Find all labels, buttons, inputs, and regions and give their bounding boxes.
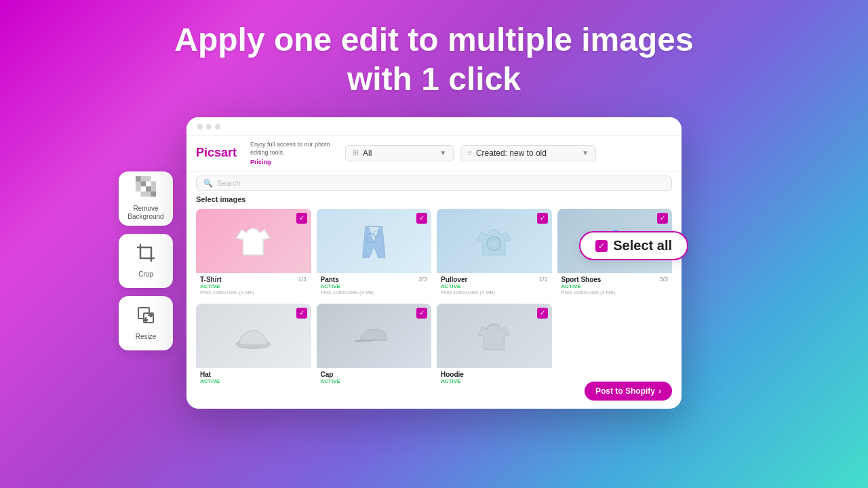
svg-rect-11 bbox=[141, 192, 146, 197]
section-title: Select images bbox=[196, 195, 672, 203]
svg-rect-5 bbox=[141, 182, 146, 187]
search-icon: 🔍 bbox=[203, 179, 213, 188]
browser-wrapper: Remove Background Crop Resi bbox=[186, 117, 682, 409]
crop-icon bbox=[136, 243, 155, 266]
dot-3 bbox=[215, 124, 220, 129]
pants-info: Pants 2/3 ACTIVE PNG 1080x1080 (3 MB) bbox=[317, 273, 432, 298]
all-filter-dropdown[interactable]: ⊞ All ▼ bbox=[345, 145, 454, 161]
remove-bg-label: Remove Background bbox=[119, 205, 173, 221]
browser-window: Picsart Enjoy full access to our photo e… bbox=[186, 117, 682, 409]
crop-tool[interactable]: Crop bbox=[119, 234, 173, 288]
image-card-hat2[interactable]: ✓ Cap ACTIVE bbox=[317, 304, 432, 387]
image-card-tshirt[interactable]: ✓ T-Shirt 1/1 ACTIVE PNG 1080x1080 (3 bbox=[196, 209, 311, 298]
selected-check-tshirt: ✓ bbox=[296, 213, 307, 224]
picsart-logo: Picsart bbox=[196, 146, 237, 160]
svg-rect-9 bbox=[151, 192, 157, 197]
main-area: Picsart Enjoy full access to our photo e… bbox=[186, 136, 682, 386]
headline: Apply one edit to multiple images with 1… bbox=[174, 20, 693, 98]
resize-icon bbox=[136, 306, 155, 329]
tshirt-info: T-Shirt 1/1 ACTIVE PNG 1080x1080 (3 MB) bbox=[196, 273, 311, 298]
hat1-info: Hat ACTIVE bbox=[196, 368, 311, 387]
post-to-shopify-button[interactable]: Post to Shopify › bbox=[585, 382, 672, 401]
svg-rect-8 bbox=[146, 186, 151, 192]
pants-thumb: ✓ bbox=[317, 209, 432, 273]
svg-rect-10 bbox=[136, 186, 141, 192]
browser-dots bbox=[197, 124, 220, 129]
promo-text: Enjoy full access to our photo editing t… bbox=[250, 141, 332, 157]
pricing-link[interactable]: Pricing bbox=[250, 159, 332, 165]
search-bar[interactable]: 🔍 Search bbox=[196, 176, 672, 191]
chevron-right-icon: › bbox=[658, 386, 661, 396]
crop-label: Crop bbox=[138, 270, 153, 279]
post-shopify-label: Post to Shopify bbox=[595, 386, 655, 396]
select-all-checkbox-icon: ✓ bbox=[595, 240, 608, 252]
svg-rect-6 bbox=[146, 176, 151, 182]
selected-check-pants: ✓ bbox=[416, 213, 427, 224]
chevron-down-icon: ▼ bbox=[439, 149, 446, 157]
resize-tool[interactable]: Resize bbox=[119, 296, 173, 350]
image-card-pullover[interactable]: ✓ Pullover 1/1 bbox=[437, 209, 552, 298]
hoodie-thumb: ✓ bbox=[437, 304, 552, 368]
browser-bar bbox=[186, 117, 682, 136]
resize-label: Resize bbox=[136, 333, 157, 341]
chevron-down-icon-sort: ▼ bbox=[582, 149, 589, 157]
dot-1 bbox=[197, 124, 203, 129]
remove-background-tool[interactable]: Remove Background bbox=[119, 171, 173, 226]
top-bar: Picsart Enjoy full access to our photo e… bbox=[186, 136, 682, 171]
hat2-info: Cap ACTIVE bbox=[317, 368, 432, 387]
selected-check-hat1: ✓ bbox=[296, 308, 307, 319]
hat1-thumb: ✓ bbox=[196, 304, 311, 368]
dot-2 bbox=[206, 124, 212, 129]
svg-rect-12 bbox=[140, 247, 151, 258]
tool-sidebar: Remove Background Crop Resi bbox=[119, 171, 173, 350]
selected-check-hoodie: ✓ bbox=[537, 308, 548, 319]
pullover-thumb: ✓ bbox=[437, 209, 552, 273]
selected-check-hat2: ✓ bbox=[416, 308, 427, 319]
image-card-hoodie[interactable]: ✓ Hoodie bbox=[437, 304, 552, 387]
hoodie-info: Hoodie ACTIVE bbox=[437, 368, 552, 387]
shoes-info: Sport Shoes 3/3 ACTIVE PNG 1080x1080 (3 … bbox=[557, 273, 673, 298]
image-card-pants[interactable]: ✓ Pants 2/3 bbox=[317, 209, 432, 298]
selected-check-pullover: ✓ bbox=[537, 213, 548, 224]
image-card-hat1[interactable]: ✓ Hat ACTIVE bbox=[196, 304, 311, 387]
sort-dropdown[interactable]: ≡ Created: new to old ▼ bbox=[460, 145, 596, 161]
select-all-label: Select all bbox=[613, 238, 672, 253]
selected-check-shoes: ✓ bbox=[657, 213, 668, 224]
hat2-thumb: ✓ bbox=[317, 304, 432, 368]
search-placeholder: Search bbox=[217, 179, 241, 187]
select-all-button[interactable]: ✓ Select all bbox=[579, 231, 688, 260]
svg-rect-7 bbox=[151, 182, 157, 187]
svg-rect-4 bbox=[136, 176, 141, 182]
tshirt-thumb: ✓ bbox=[196, 209, 311, 273]
content-area: Select images ✓ T-Shirt bbox=[186, 195, 682, 387]
pullover-info: Pullover 1/1 ACTIVE PNG 1080x1080 (3 MB) bbox=[437, 273, 552, 298]
checkerboard-icon bbox=[136, 176, 156, 201]
